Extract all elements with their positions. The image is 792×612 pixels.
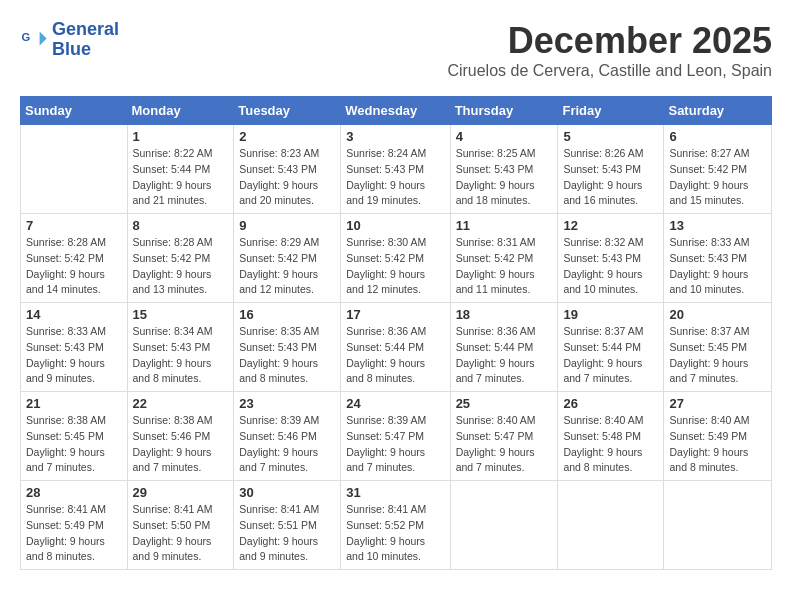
day-info: Sunrise: 8:28 AMSunset: 5:42 PMDaylight:… [133,235,229,298]
day-info: Sunrise: 8:33 AMSunset: 5:43 PMDaylight:… [26,324,122,387]
day-info: Sunrise: 8:37 AMSunset: 5:44 PMDaylight:… [563,324,658,387]
logo: G General Blue [20,20,119,60]
day-info: Sunrise: 8:41 AMSunset: 5:52 PMDaylight:… [346,502,444,565]
calendar-cell: 23Sunrise: 8:39 AMSunset: 5:46 PMDayligh… [234,392,341,481]
calendar-week-5: 28Sunrise: 8:41 AMSunset: 5:49 PMDayligh… [21,481,772,570]
weekday-header-saturday: Saturday [664,97,772,125]
calendar-cell: 22Sunrise: 8:38 AMSunset: 5:46 PMDayligh… [127,392,234,481]
day-info: Sunrise: 8:40 AMSunset: 5:47 PMDaylight:… [456,413,553,476]
calendar-week-4: 21Sunrise: 8:38 AMSunset: 5:45 PMDayligh… [21,392,772,481]
day-info: Sunrise: 8:40 AMSunset: 5:49 PMDaylight:… [669,413,766,476]
calendar-cell: 27Sunrise: 8:40 AMSunset: 5:49 PMDayligh… [664,392,772,481]
day-info: Sunrise: 8:27 AMSunset: 5:42 PMDaylight:… [669,146,766,209]
calendar-cell [21,125,128,214]
day-number: 1 [133,129,229,144]
svg-text:G: G [21,31,30,43]
weekday-header-sunday: Sunday [21,97,128,125]
calendar-cell: 13Sunrise: 8:33 AMSunset: 5:43 PMDayligh… [664,214,772,303]
weekday-header-wednesday: Wednesday [341,97,450,125]
calendar-cell: 15Sunrise: 8:34 AMSunset: 5:43 PMDayligh… [127,303,234,392]
day-info: Sunrise: 8:28 AMSunset: 5:42 PMDaylight:… [26,235,122,298]
calendar-cell: 19Sunrise: 8:37 AMSunset: 5:44 PMDayligh… [558,303,664,392]
day-info: Sunrise: 8:36 AMSunset: 5:44 PMDaylight:… [346,324,444,387]
day-info: Sunrise: 8:23 AMSunset: 5:43 PMDaylight:… [239,146,335,209]
location-subtitle: Ciruelos de Cervera, Castille and Leon, … [447,62,772,80]
day-number: 27 [669,396,766,411]
day-number: 14 [26,307,122,322]
day-number: 22 [133,396,229,411]
day-info: Sunrise: 8:35 AMSunset: 5:43 PMDaylight:… [239,324,335,387]
calendar-cell: 16Sunrise: 8:35 AMSunset: 5:43 PMDayligh… [234,303,341,392]
weekday-header-friday: Friday [558,97,664,125]
calendar-cell: 31Sunrise: 8:41 AMSunset: 5:52 PMDayligh… [341,481,450,570]
calendar-cell: 30Sunrise: 8:41 AMSunset: 5:51 PMDayligh… [234,481,341,570]
day-info: Sunrise: 8:32 AMSunset: 5:43 PMDaylight:… [563,235,658,298]
page-title: December 2025 [447,20,772,62]
day-info: Sunrise: 8:34 AMSunset: 5:43 PMDaylight:… [133,324,229,387]
calendar-cell: 29Sunrise: 8:41 AMSunset: 5:50 PMDayligh… [127,481,234,570]
day-number: 9 [239,218,335,233]
day-number: 7 [26,218,122,233]
day-info: Sunrise: 8:29 AMSunset: 5:42 PMDaylight:… [239,235,335,298]
calendar-cell: 18Sunrise: 8:36 AMSunset: 5:44 PMDayligh… [450,303,558,392]
calendar-cell: 14Sunrise: 8:33 AMSunset: 5:43 PMDayligh… [21,303,128,392]
day-info: Sunrise: 8:25 AMSunset: 5:43 PMDaylight:… [456,146,553,209]
day-number: 20 [669,307,766,322]
day-number: 26 [563,396,658,411]
day-info: Sunrise: 8:41 AMSunset: 5:51 PMDaylight:… [239,502,335,565]
calendar-cell: 21Sunrise: 8:38 AMSunset: 5:45 PMDayligh… [21,392,128,481]
day-number: 15 [133,307,229,322]
calendar-cell: 20Sunrise: 8:37 AMSunset: 5:45 PMDayligh… [664,303,772,392]
day-info: Sunrise: 8:22 AMSunset: 5:44 PMDaylight:… [133,146,229,209]
day-number: 18 [456,307,553,322]
logo-line2: Blue [52,40,119,60]
calendar-cell: 9Sunrise: 8:29 AMSunset: 5:42 PMDaylight… [234,214,341,303]
calendar-week-1: 1Sunrise: 8:22 AMSunset: 5:44 PMDaylight… [21,125,772,214]
day-info: Sunrise: 8:38 AMSunset: 5:46 PMDaylight:… [133,413,229,476]
day-number: 4 [456,129,553,144]
day-info: Sunrise: 8:26 AMSunset: 5:43 PMDaylight:… [563,146,658,209]
day-number: 17 [346,307,444,322]
calendar-cell [664,481,772,570]
day-number: 10 [346,218,444,233]
day-number: 2 [239,129,335,144]
day-info: Sunrise: 8:41 AMSunset: 5:50 PMDaylight:… [133,502,229,565]
day-info: Sunrise: 8:39 AMSunset: 5:46 PMDaylight:… [239,413,335,476]
day-number: 30 [239,485,335,500]
calendar-cell: 10Sunrise: 8:30 AMSunset: 5:42 PMDayligh… [341,214,450,303]
calendar-cell: 7Sunrise: 8:28 AMSunset: 5:42 PMDaylight… [21,214,128,303]
calendar-cell: 28Sunrise: 8:41 AMSunset: 5:49 PMDayligh… [21,481,128,570]
calendar-week-3: 14Sunrise: 8:33 AMSunset: 5:43 PMDayligh… [21,303,772,392]
day-number: 8 [133,218,229,233]
calendar-cell: 6Sunrise: 8:27 AMSunset: 5:42 PMDaylight… [664,125,772,214]
day-info: Sunrise: 8:33 AMSunset: 5:43 PMDaylight:… [669,235,766,298]
day-number: 29 [133,485,229,500]
day-number: 19 [563,307,658,322]
day-number: 16 [239,307,335,322]
calendar-cell [450,481,558,570]
calendar-cell: 12Sunrise: 8:32 AMSunset: 5:43 PMDayligh… [558,214,664,303]
calendar-cell: 24Sunrise: 8:39 AMSunset: 5:47 PMDayligh… [341,392,450,481]
calendar-cell [558,481,664,570]
calendar-cell: 11Sunrise: 8:31 AMSunset: 5:42 PMDayligh… [450,214,558,303]
calendar-cell: 26Sunrise: 8:40 AMSunset: 5:48 PMDayligh… [558,392,664,481]
day-number: 31 [346,485,444,500]
day-number: 25 [456,396,553,411]
day-info: Sunrise: 8:24 AMSunset: 5:43 PMDaylight:… [346,146,444,209]
day-info: Sunrise: 8:31 AMSunset: 5:42 PMDaylight:… [456,235,553,298]
day-number: 24 [346,396,444,411]
calendar-cell: 3Sunrise: 8:24 AMSunset: 5:43 PMDaylight… [341,125,450,214]
day-number: 11 [456,218,553,233]
weekday-header-tuesday: Tuesday [234,97,341,125]
calendar-cell: 17Sunrise: 8:36 AMSunset: 5:44 PMDayligh… [341,303,450,392]
day-number: 6 [669,129,766,144]
day-info: Sunrise: 8:41 AMSunset: 5:49 PMDaylight:… [26,502,122,565]
day-info: Sunrise: 8:39 AMSunset: 5:47 PMDaylight:… [346,413,444,476]
calendar-cell: 8Sunrise: 8:28 AMSunset: 5:42 PMDaylight… [127,214,234,303]
logo-line1: General [52,20,119,40]
calendar-table: SundayMondayTuesdayWednesdayThursdayFrid… [20,96,772,570]
calendar-cell: 1Sunrise: 8:22 AMSunset: 5:44 PMDaylight… [127,125,234,214]
day-info: Sunrise: 8:30 AMSunset: 5:42 PMDaylight:… [346,235,444,298]
day-number: 28 [26,485,122,500]
day-info: Sunrise: 8:40 AMSunset: 5:48 PMDaylight:… [563,413,658,476]
